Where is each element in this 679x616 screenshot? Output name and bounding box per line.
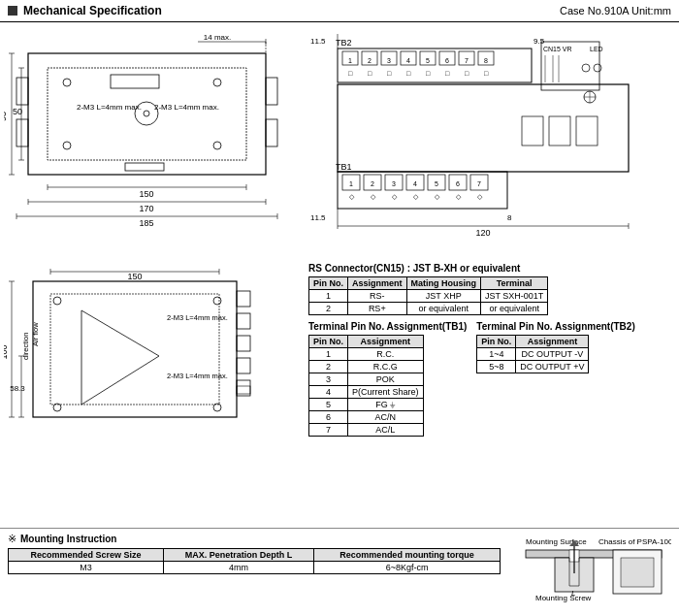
svg-rect-48 [237,386,250,394]
svg-text:5: 5 [435,180,438,187]
rs-connector-section: RS Connector(CN15) : JST B-XH or equival… [308,263,673,315]
svg-text:6: 6 [456,180,460,187]
svg-text:6: 6 [445,57,449,64]
title-text: Mechanical Specification [23,4,162,17]
connector-diagram: 1 2 3 4 5 6 7 8 □ □ □ □ □ □ □ □ TB2 [308,24,673,257]
svg-text:120: 120 [475,228,490,238]
svg-text:5: 5 [426,57,430,64]
svg-rect-3 [266,119,277,146]
svg-text:11.5: 11.5 [310,37,326,46]
rs-col-terminal: Terminal [481,277,548,290]
svg-text:4: 4 [406,57,410,64]
svg-text:◇: ◇ [349,193,355,200]
svg-rect-41 [50,294,219,405]
svg-text:◇: ◇ [392,193,398,200]
tb2-col-pinno: Pin No. [477,336,516,348]
svg-text:7: 7 [477,180,481,187]
page-title: Mechanical Specification [8,4,162,17]
table-row: 1R.C. [309,348,424,361]
svg-text:CN15 VR: CN15 VR [543,46,572,52]
side-view-svg: 150 100 58.3 2-M3 L=4mm max. 2-M3 L=4mm … [4,267,290,470]
svg-rect-44 [237,313,250,329]
svg-rect-6 [111,75,159,88]
svg-rect-103 [338,84,629,172]
svg-point-9 [213,79,221,86]
svg-marker-42 [81,310,159,405]
svg-rect-43 [237,291,250,307]
tb1-title: Terminal Pin No. Assignment(TB1) [308,321,467,332]
svg-text:150: 150 [127,272,142,281]
svg-rect-13 [125,163,164,171]
header: Mechanical Specification Case No.910A Un… [0,0,679,22]
tb2-section: Terminal Pin No. Assignment(TB2) Pin No.… [476,321,634,437]
svg-text:14 max.: 14 max. [204,33,231,42]
tb1-table: Pin No. Assignment 1R.C.2R.C.G3POK4P(Cur… [308,335,424,437]
svg-rect-107 [522,116,543,146]
rs-connector-title: RS Connector(CN15) : JST B-XH or equival… [308,263,673,274]
svg-text:Air flow: Air flow [31,322,40,346]
svg-text:Chassis of PSPA-1000: Chassis of PSPA-1000 [598,537,671,546]
table-row: 1RS-JST XHPJST SXH-001T [309,290,548,303]
svg-point-7 [63,79,71,86]
svg-text:100: 100 [4,344,9,359]
svg-rect-45 [237,336,250,351]
table-row: 1~4DC OUTPUT -V [477,348,589,361]
svg-text:□: □ [406,70,411,77]
svg-rect-1 [48,68,246,160]
svg-text:2-M3 L=4mm max.: 2-M3 L=4mm max. [167,372,228,380]
svg-text:170: 170 [139,204,153,213]
svg-text:9.5: 9.5 [534,37,545,46]
svg-rect-5 [16,119,28,146]
svg-rect-40 [33,281,237,417]
svg-text:□: □ [426,70,431,77]
tb2-table: Pin No. Assignment 1~4DC OUTPUT -V5~8DC … [476,335,589,373]
title-icon [8,6,17,16]
mounting-icon: ※ [8,533,16,545]
svg-text:2-M3 L=4mm max.: 2-M3 L=4mm max. [167,313,228,322]
svg-text:1: 1 [349,180,353,187]
tb2-title: Terminal Pin No. Assignment(TB2) [476,321,634,332]
svg-text:□: □ [348,70,353,77]
svg-text:8: 8 [507,213,512,222]
svg-text:□: □ [368,70,372,77]
svg-rect-0 [28,53,266,175]
svg-rect-108 [549,116,570,146]
svg-text:□: □ [387,70,392,77]
rs-col-assignment: Assignment [348,277,407,290]
tb1-col-assignment: Assignment [348,336,424,348]
mounting-diagram-svg: Mounting Surface Chassis of PSPA-1000 Mo… [516,533,671,610]
rs-col-housing: Mating Housing [406,277,481,290]
svg-text:93: 93 [4,112,8,121]
svg-point-51 [213,297,221,305]
svg-rect-149 [621,558,654,587]
svg-text:TB2: TB2 [336,38,352,48]
svg-text:2-M3 L=4mm max.: 2-M3 L=4mm max. [154,103,219,112]
svg-text:8: 8 [484,57,488,64]
table-row: 2R.C.G [309,361,424,373]
table-row: 5FG ⏚ [309,399,424,411]
side-view-drawing: 150 100 58.3 2-M3 L=4mm max. 2-M3 L=4mm … [4,267,305,470]
table-row: 2RS+or equivalentor equivalent [309,303,548,315]
svg-text:2-M3 L=4mm max.: 2-M3 L=4mm max. [77,103,142,112]
svg-point-10 [213,142,221,149]
top-view-svg: 93 50 14 max. 150 17 [4,24,290,257]
svg-text:50: 50 [13,107,22,116]
tb1-col-pinno: Pin No. [309,336,348,348]
svg-text:1: 1 [348,57,352,64]
connector-svg: 1 2 3 4 5 6 7 8 □ □ □ □ □ □ □ □ TB2 [308,24,667,257]
svg-text:□: □ [445,70,450,77]
case-info: Case No.910A Unit:mm [560,5,671,16]
svg-rect-4 [16,78,28,105]
svg-text:◇: ◇ [435,193,440,200]
table-row: 4P(Current Share) [309,386,424,399]
svg-text:185: 185 [139,218,153,228]
svg-rect-46 [237,358,250,373]
svg-rect-47 [237,380,250,396]
svg-text:LED: LED [590,46,603,52]
rs-col-pinno: Pin No. [309,277,348,290]
svg-text:◇: ◇ [477,193,483,200]
mounting-title: Mounting Instruction [20,534,116,544]
svg-text:◇: ◇ [413,193,419,200]
table-row: 5~8DC OUTPUT +V [477,361,589,373]
mounting-section: ※ Mounting Instruction Recommended Screw… [0,528,679,616]
